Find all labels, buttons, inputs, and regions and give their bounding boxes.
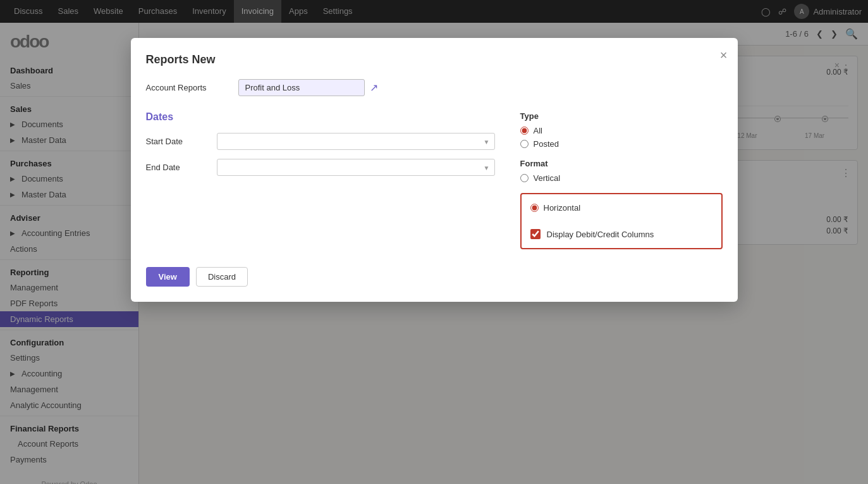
modal-format-radio-group: Vertical [520,173,723,183]
modal-end-date-select[interactable] [217,159,495,176]
modal-format-section: Format Vertical [520,159,723,183]
modal-account-reports-label: Account Reports [146,83,228,92]
modal-highlighted-box: Horizontal Display Debit/Credit Columns [520,193,723,249]
modal-start-date-wrap: ▼ [217,133,495,150]
modal-account-reports-row: Account Reports Profit and Loss Balance … [146,79,723,96]
modal-type-all[interactable]: All [520,126,723,135]
modal-display-debit-credit-checkbox[interactable] [530,229,541,239]
modal-type-section: Type All Posted [520,111,723,149]
modal-type-label: Type [520,111,723,121]
modal-type-posted-radio[interactable] [520,140,529,148]
modal-left-panel: Dates Start Date ▼ End Date ▼ [146,111,495,249]
modal-start-date-label: Start Date [146,137,209,146]
modal-view-button[interactable]: View [146,267,190,287]
modal-end-date-label: End Date [146,163,209,172]
modal-reports-new: Reports New × Account Reports Profit and… [131,38,738,302]
modal-format-horizontal[interactable]: Horizontal [530,203,712,213]
modal-close-button[interactable]: × [720,48,728,63]
modal-type-posted[interactable]: Posted [520,139,723,149]
modal-body: Dates Start Date ▼ End Date ▼ [146,111,723,249]
modal-start-date-select[interactable] [217,133,495,150]
modal-discard-button[interactable]: Discard [196,267,248,287]
modal-end-date-wrap: ▼ [217,159,495,176]
modal-type-all-radio[interactable] [520,127,529,135]
modal-select-wrap: Profit and Loss Balance Sheet Cash Flow … [238,79,378,96]
modal-end-date-row: End Date ▼ [146,159,495,176]
modal-display-debit-credit[interactable]: Display Debit/Credit Columns [530,229,712,239]
modal-right-panel: Type All Posted Format [520,111,723,249]
modal-external-link-icon[interactable]: ↗ [370,82,378,94]
modal-display-debit-credit-label: Display Debit/Credit Columns [547,230,654,239]
modal-format-vertical[interactable]: Vertical [520,173,723,183]
modal-overlay: Reports New × Account Reports Profit and… [0,0,868,484]
modal-start-date-row: Start Date ▼ [146,133,495,150]
modal-format-vertical-radio[interactable] [520,174,529,182]
modal-format-horizontal-radio[interactable] [530,204,539,212]
modal-footer: View Discard [146,267,723,287]
modal-dates-title: Dates [146,111,495,123]
modal-type-radio-group: All Posted [520,126,723,149]
modal-account-reports-select[interactable]: Profit and Loss Balance Sheet Cash Flow [238,79,365,96]
modal-format-label: Format [520,159,723,168]
modal-title: Reports New [146,53,723,66]
